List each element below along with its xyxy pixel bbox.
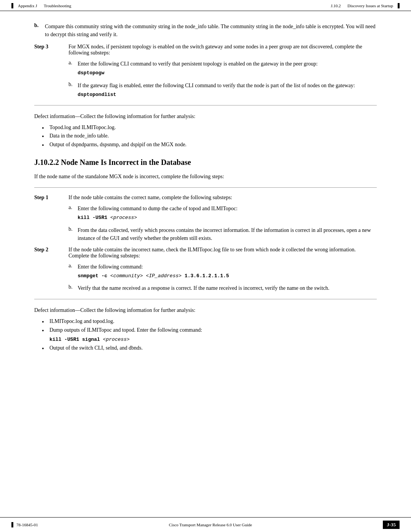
- step2-text: If the node table contains the incorrect…: [68, 247, 377, 259]
- step3-sub-a-code: dsptopogw: [78, 69, 377, 77]
- divider-1: [34, 105, 377, 105]
- step2-sub-b-text: Verify that the name received as a respo…: [78, 284, 377, 292]
- step1-code-main: kill -USR1: [78, 215, 110, 220]
- divider-2: [34, 187, 377, 188]
- step3-sub-a: a. Enter the following CLI command to ve…: [68, 60, 377, 77]
- header-section-number: J.10.2: [331, 3, 341, 8]
- step2-sub-b-label: b.: [68, 284, 78, 292]
- step2-sub-a-label: a.: [68, 263, 78, 280]
- page: Appendix J Troubleshooting J.10.2 Discov…: [0, 0, 411, 532]
- defect-section-2: Defect information—Collect the following…: [34, 306, 377, 352]
- step2-sub-a-code: snmpget -c <community> <IP_address> 1.3.…: [78, 272, 377, 280]
- step1-sub-b-text: From the data collected, verify which pr…: [78, 226, 377, 242]
- step3-block: Step 3 For MGX nodes, if persistent topo…: [34, 44, 377, 98]
- footer-right: J-35: [383, 521, 400, 529]
- step1-text: If the node table contains the correct n…: [68, 195, 377, 201]
- step2-label: Step 2: [34, 247, 68, 292]
- step1-sub-b-label: b.: [68, 226, 78, 242]
- section-intro: If the node name of the standalone MGX n…: [34, 173, 377, 181]
- step1-sub-a: a. Enter the following command to dump t…: [68, 204, 377, 222]
- step2-sub-a-body: Enter the following command: snmpget -c …: [78, 263, 377, 280]
- header-left: Appendix J Troubleshooting: [11, 3, 71, 8]
- step2-sub-a: a. Enter the following command: snmpget …: [68, 263, 377, 280]
- header-appendix-label: Appendix J: [18, 3, 37, 8]
- page-header: Appendix J Troubleshooting J.10.2 Discov…: [0, 0, 411, 11]
- defect2-bullet-1: ILMITopoc.log and topod.log.: [42, 317, 377, 326]
- footer-left-bar-icon: [11, 522, 13, 527]
- step3-sub-a-body: Enter the following CLI command to verif…: [78, 60, 377, 77]
- step1-sub-a-label: a.: [68, 204, 78, 222]
- footer-center: Cisco Transport Manager Release 6.0 User…: [169, 522, 252, 527]
- step3-sub-b-label: b.: [68, 81, 78, 99]
- footer-left: 78-16845-01: [11, 522, 38, 527]
- defect2-bullet-2-text: Dump outputs of ILMITopoc and topod. Ent…: [49, 327, 202, 333]
- section-b-text: Compare this community string with the c…: [45, 22, 377, 38]
- section-b-block: b. Compare this community string with th…: [34, 22, 377, 38]
- defect-section-1: Defect information—Collect the following…: [34, 112, 377, 149]
- step3-label: Step 3: [34, 44, 68, 98]
- step3-content: For MGX nodes, if persistent topology is…: [68, 44, 377, 98]
- step2-content: If the node table contains the incorrect…: [68, 247, 377, 292]
- defect2-bullet-2: Dump outputs of ILMITopoc and topod. Ent…: [42, 326, 377, 344]
- step2-code-snmpget: snmpget -c: [78, 273, 110, 279]
- step3-sub-b-text: If the gateway flag is enabled, enter th…: [78, 81, 377, 89]
- main-content: b. Compare this community string with th…: [0, 11, 411, 371]
- step2-block: Step 2 If the node table contains the in…: [34, 247, 377, 292]
- step1-content: If the node table contains the correct n…: [68, 195, 377, 242]
- step1-sub-a-text: Enter the following command to dump the …: [78, 204, 377, 212]
- step1-code-italic: <process>: [110, 215, 137, 220]
- defect2-bullets: ILMITopoc.log and topod.log. Dump output…: [42, 317, 377, 352]
- defect2-bullet-3: Output of the switch CLI, selnd, and dbn…: [42, 344, 377, 352]
- step2-code-ip: <IP_address>: [143, 273, 182, 279]
- defect2-code-kill: kill -USR1 signal: [49, 337, 103, 342]
- header-section-label: Troubleshooting: [44, 3, 71, 8]
- step1-block: Step 1 If the node table contains the co…: [34, 195, 377, 242]
- step1-label: Step 1: [34, 195, 68, 242]
- header-section-title: Discovery Issues at Startup: [347, 3, 393, 8]
- section-b-label: b.: [34, 22, 45, 38]
- header-left-bar-icon: [11, 3, 13, 8]
- section-heading-j1022: J.10.2.2 Node Name Is Incorrect in the D…: [34, 157, 377, 167]
- divider-3: [34, 299, 377, 299]
- defect2-code-process: <process>: [103, 337, 129, 342]
- defect1-bullet-1: Topod.log and ILMITopoc.log.: [42, 123, 377, 132]
- header-right: J.10.2 Discovery Issues at Startup: [331, 3, 400, 8]
- step3-text: For MGX nodes, if persistent topology is…: [68, 44, 377, 56]
- defect1-bullet-2: Data in the node_info table.: [42, 132, 377, 140]
- defect1-bullets: Topod.log and ILMITopoc.log. Data in the…: [42, 123, 377, 149]
- step3-sub-b-code: dsptopondlist: [78, 91, 377, 99]
- step3-sub-b-body: If the gateway flag is enabled, enter th…: [78, 81, 377, 99]
- defect1-intro: Defect information—Collect the following…: [34, 112, 377, 120]
- step1-sub-a-body: Enter the following command to dump the …: [78, 204, 377, 222]
- step3-sub-a-label: a.: [68, 60, 78, 77]
- defect2-bullet-2-code: kill -USR1 signal <process>: [49, 336, 377, 344]
- step1-sub-b: b. From the data collected, verify which…: [68, 226, 377, 242]
- step1-sub-b-body: From the data collected, verify which pr…: [78, 226, 377, 242]
- step2-sub-b: b. Verify that the name received as a re…: [68, 284, 377, 292]
- step3-sub-b: b. If the gateway flag is enabled, enter…: [68, 81, 377, 99]
- defect1-bullet-3: Output of dspndparms, dspsnmp, and dspip…: [42, 141, 377, 149]
- step3-sub-a-text: Enter the following CLI command to verif…: [78, 60, 377, 68]
- footer-page-number: J-35: [383, 521, 400, 529]
- defect2-intro: Defect information—Collect the following…: [34, 306, 377, 314]
- footer-doc-number: 78-16845-01: [16, 522, 38, 527]
- step2-code-community: <community>: [110, 273, 143, 279]
- page-footer: 78-16845-01 Cisco Transport Manager Rele…: [0, 517, 411, 532]
- step1-sub-a-code: kill -USR1 <process>: [78, 214, 377, 222]
- step2-sub-a-text: Enter the following command:: [78, 263, 377, 271]
- step2-sub-b-body: Verify that the name received as a respo…: [78, 284, 377, 292]
- header-right-bar-icon: [398, 3, 400, 8]
- step2-code-oid: 1.3.6.1.2.1.1.5: [182, 273, 229, 279]
